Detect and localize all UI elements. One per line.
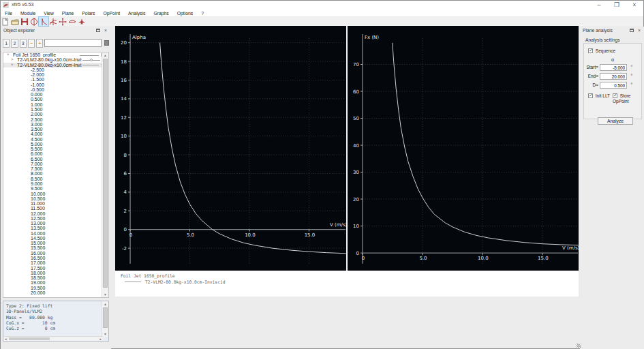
tree-oppoint[interactable]: 19.500 [3,286,108,290]
tree-oppoint[interactable]: 11.500 [3,206,108,211]
tree-oppoint[interactable]: -2.000 [3,72,108,77]
tree-oppoint[interactable]: 13.500 [3,226,108,230]
close-panel-icon[interactable]: × [637,28,642,33]
delta-input[interactable] [600,82,627,89]
menu-item-module[interactable]: Module [16,10,40,17]
menu-item-polars[interactable]: Polars [78,10,99,17]
tree-oppoint[interactable]: 9.500 [3,186,108,191]
menu-item-view[interactable]: View [40,10,58,17]
init-llt-checkbox[interactable] [588,93,593,98]
menu-item-oppoint[interactable]: OpPoint [99,10,125,17]
tree-scrollbar[interactable]: ▲ ▼ [102,52,108,297]
menu-item-options[interactable]: Options [173,10,197,17]
tree-item-plane[interactable]: ˅Foil Jet 1650_profile [3,52,108,57]
tree-oppoint[interactable]: 20.000 [3,290,108,295]
collapse-button[interactable]: − [28,39,35,48]
end-input[interactable] [600,73,627,80]
object-explorer-title: Object explorer [3,28,35,33]
minimize-button[interactable]: – [590,1,608,10]
tree-oppoint[interactable]: 2.000 [3,112,108,117]
tree-oppoint[interactable]: 17.000 [3,260,108,265]
tree-item-polar[interactable]: ˅T2-VLM2-80.0kg-x10.0cm-Inviscid✕ [3,63,108,67]
tree-oppoint[interactable]: 17.500 [3,266,108,271]
menu-item-analysis[interactable]: Analysis [124,10,149,17]
tree-oppoint[interactable]: 10.000 [3,192,108,196]
tree-oppoint[interactable]: 8.000 [3,171,108,176]
save-icon[interactable] [20,17,29,26]
properties-vscrollbar[interactable]: ▲ ▼ [102,301,108,337]
tree-oppoint[interactable]: 1.500 [3,107,108,112]
tree-oppoint[interactable]: 3.000 [3,122,108,127]
store-oppoint-checkbox[interactable] [613,93,617,98]
analyze-button[interactable]: Analyze [598,117,633,125]
tree-oppoint[interactable]: 12.500 [3,216,108,221]
tree-oppoint[interactable]: -1.000 [3,82,108,87]
tree-oppoint[interactable]: 8.500 [3,177,108,181]
foil-shape-icon[interactable] [67,17,77,26]
tree-oppoint[interactable]: 14.000 [3,231,108,236]
view-level-3-button[interactable]: 3 [20,39,27,48]
sequence-checkbox[interactable] [588,48,593,53]
tree-oppoint[interactable]: -1.500 [3,77,108,82]
tree-oppoint[interactable]: 16.500 [3,256,108,260]
close-button[interactable]: × [626,1,643,10]
polar-lines-icon[interactable] [48,17,58,26]
menu-item-graphs[interactable]: Graphs [149,10,172,17]
foil-design-icon[interactable] [29,17,39,26]
tree-oppoint[interactable]: 5.500 [3,147,108,151]
tree-oppoint[interactable]: 6.000 [3,151,108,156]
inverse-design-icon[interactable] [58,17,67,26]
filter-options-button[interactable] [104,40,109,46]
tree-oppoint[interactable]: 4.000 [3,132,108,136]
tree-oppoint[interactable]: 16.000 [3,251,108,256]
expander-icon[interactable]: ˃ [11,57,14,62]
expander-icon[interactable]: ˅ [11,63,14,67]
tree-oppoint[interactable]: 11.000 [3,201,108,206]
resize-grip[interactable] [577,344,581,348]
tree-oppoint[interactable]: 6.500 [3,157,108,162]
tree-oppoint[interactable]: 15.000 [3,241,108,245]
tree-oppoint[interactable]: 18.000 [3,271,108,275]
start-input[interactable] [600,64,627,71]
view-level-1-button[interactable]: 1 [3,39,10,48]
close-panel-icon[interactable]: × [103,28,108,33]
float-panel-icon[interactable] [630,29,634,32]
menu-item-file[interactable]: File [1,10,16,17]
tree-oppoint[interactable]: 9.000 [3,181,108,186]
menu-item-help[interactable]: ? [197,10,208,17]
tree-oppoint[interactable]: 14.500 [3,236,108,241]
tree-oppoint[interactable]: -2.500 [3,67,108,72]
menu-item-plane[interactable]: Plane [58,10,78,17]
maximize-button[interactable]: ❐ [608,1,626,10]
properties-hscrollbar[interactable]: ◄ ► [3,336,103,341]
tree-item-polar[interactable]: ˃T2-VLM2-80.0kg-x10.0cm-Inviscid [3,57,108,62]
tree-oppoint[interactable]: 7.000 [3,162,108,166]
float-panel-icon[interactable] [96,29,100,32]
direct-analysis-icon[interactable] [39,17,48,26]
new-file-icon[interactable] [1,17,10,26]
tree-oppoint[interactable]: 7.500 [3,166,108,171]
tree-oppoint[interactable]: 15.500 [3,245,108,250]
tree-oppoint[interactable]: 12.000 [3,211,108,216]
fx-vs-v-chart[interactable]: 70605040302010005.010.015.0Fx (N)V (m/s) [348,26,579,271]
tree-oppoint[interactable]: 2.500 [3,117,108,122]
tree-oppoint[interactable]: 10.500 [3,196,108,201]
expand-button[interactable]: + [36,39,43,48]
tree-oppoint[interactable]: 5.000 [3,142,108,147]
alpha-vs-v-chart[interactable]: 20181614121086420-205.010.015.0AlphaV (m… [115,26,346,271]
tree-oppoint[interactable]: 19.000 [3,280,108,285]
tree-oppoint[interactable]: 0.500 [3,97,108,102]
tree-oppoint[interactable]: 18.500 [3,275,108,280]
tree-oppoint[interactable]: 3.500 [3,127,108,132]
tree-oppoint[interactable]: 1.000 [3,102,108,107]
plane-icon[interactable] [77,17,87,26]
legend-series-label: T2-VLM2-80.0kg-x10.0cm-Inviscid [145,279,226,284]
tree-oppoint[interactable]: 4.500 [3,137,108,142]
view-level-2-button[interactable]: 2 [11,39,18,48]
expander-icon[interactable]: ˅ [7,52,10,57]
tree-oppoint[interactable]: 0.000 [3,92,108,97]
tree-oppoint[interactable]: 13.000 [3,221,108,226]
filter-input[interactable] [44,39,102,47]
tree-oppoint[interactable]: -0.500 [3,87,108,92]
open-folder-icon[interactable] [10,17,20,26]
